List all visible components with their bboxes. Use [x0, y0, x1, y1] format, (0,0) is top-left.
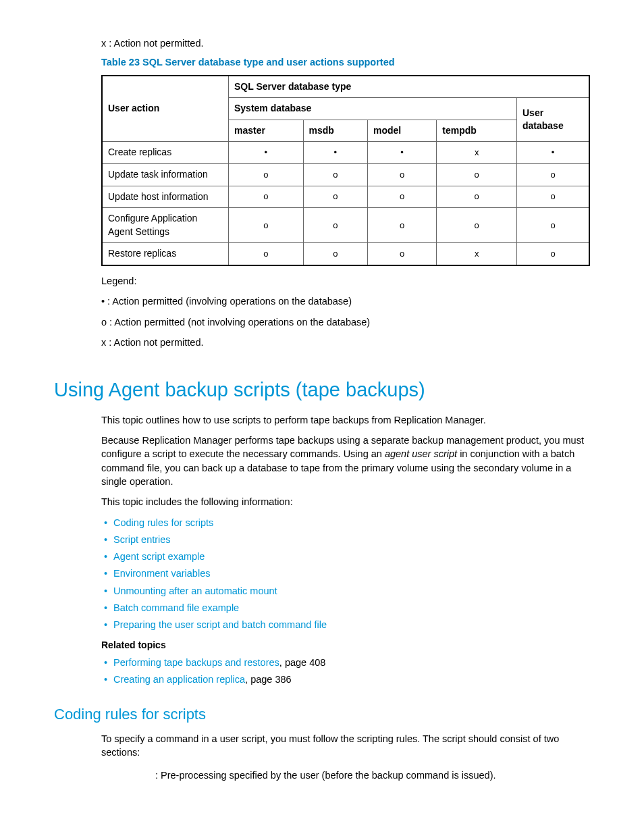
legend: Legend: • : Action permitted (involving …	[101, 274, 590, 349]
page-ref: , page 408	[279, 657, 326, 668]
table-row: Update task information o o o o o	[102, 163, 589, 186]
link-batch-example[interactable]: Batch command file example	[113, 602, 239, 613]
cell: o	[229, 208, 304, 243]
cell: o	[229, 186, 304, 208]
legend-line: • : Action permitted (involving operatio…	[101, 294, 590, 308]
row-action: Update task information	[102, 163, 229, 186]
paragraph: To specify a command in a user script, y…	[101, 732, 590, 760]
cell: o	[229, 163, 304, 186]
paragraph: This topic includes the following inform…	[101, 495, 590, 509]
th-master: master	[229, 120, 304, 142]
link-app-replica[interactable]: Creating an application replica	[113, 674, 245, 685]
cell: o	[367, 163, 436, 186]
cell: o	[303, 243, 367, 265]
list-item: Batch command file example	[116, 601, 590, 615]
list-item: Agent script example	[116, 550, 590, 563]
legend-line: x : Action not permitted.	[101, 336, 590, 349]
th-user-action: User action	[102, 76, 229, 142]
cell: o	[367, 243, 436, 265]
section-heading-agent-backup: Using Agent backup scripts (tape backups…	[54, 376, 590, 404]
cell: o	[517, 208, 590, 243]
link-env-vars[interactable]: Environment variables	[113, 568, 210, 579]
cell: o	[367, 186, 436, 208]
list-item: Performing tape backups and restores, pa…	[116, 656, 590, 669]
list-item: Creating an application replica, page 38…	[116, 673, 590, 686]
cell: o	[437, 163, 517, 186]
cell: o	[517, 163, 590, 186]
action-not-permitted-note: x : Action not permitted.	[101, 36, 590, 50]
cell: o	[517, 186, 590, 208]
table-caption: Table 23 SQL Server database type and us…	[101, 55, 590, 69]
cell: o	[437, 208, 517, 243]
row-action: Update host information	[102, 186, 229, 208]
link-preparing[interactable]: Preparing the user script and batch comm…	[113, 619, 327, 630]
pre-processing-note: : Pre-processing specified by the user (…	[155, 768, 590, 782]
related-topics-heading: Related topics	[101, 639, 590, 652]
link-tape-backups[interactable]: Performing tape backups and restores	[113, 657, 279, 668]
cell: x	[437, 142, 517, 164]
paragraph: Because Replication Manager performs tap…	[101, 434, 590, 488]
list-item: Coding rules for scripts	[116, 516, 590, 529]
cell: o	[437, 186, 517, 208]
link-unmounting[interactable]: Unmounting after an automatic mount	[113, 585, 277, 596]
cell: o	[303, 186, 367, 208]
cell: o	[303, 163, 367, 186]
link-script-entries[interactable]: Script entries	[113, 534, 171, 545]
cell: o	[303, 208, 367, 243]
link-coding-rules[interactable]: Coding rules for scripts	[113, 517, 213, 528]
th-tempdb: tempdb	[437, 120, 517, 142]
list-item: Preparing the user script and batch comm…	[116, 618, 590, 631]
sql-server-db-table: User action SQL Server database type Sys…	[101, 75, 590, 266]
th-sql-type: SQL Server database type	[229, 76, 590, 98]
related-link-list: Performing tape backups and restores, pa…	[101, 656, 590, 687]
th-user-db: User database	[517, 98, 590, 142]
link-agent-example[interactable]: Agent script example	[113, 551, 205, 562]
row-action: Configure Application Agent Settings	[102, 208, 229, 243]
cell: •	[229, 142, 304, 164]
cell: •	[367, 142, 436, 164]
legend-line: o : Action permitted (not involving oper…	[101, 315, 590, 329]
paragraph: This topic outlines how to use scripts t…	[101, 413, 590, 427]
table-row: Configure Application Agent Settings o o…	[102, 208, 589, 243]
list-item: Unmounting after an automatic mount	[116, 584, 590, 598]
cell: o	[229, 243, 304, 265]
row-action: Create replicas	[102, 142, 229, 164]
cell: x	[437, 243, 517, 265]
cell: •	[303, 142, 367, 164]
table-row: Update host information o o o o o	[102, 186, 589, 208]
table-row: Create replicas • • • x •	[102, 142, 589, 164]
cell: o	[517, 243, 590, 265]
page-ref: , page 386	[245, 674, 292, 685]
th-model: model	[367, 120, 436, 142]
italic-term: agent user script	[385, 448, 457, 459]
legend-title: Legend:	[101, 274, 590, 288]
table-row: Restore replicas o o o x o	[102, 243, 589, 265]
th-system-db: System database	[229, 98, 517, 120]
cell: •	[517, 142, 590, 164]
th-msdb: msdb	[303, 120, 367, 142]
topic-link-list: Coding rules for scripts Script entries …	[101, 516, 590, 632]
subsection-heading-coding-rules: Coding rules for scripts	[54, 704, 590, 725]
list-item: Environment variables	[116, 567, 590, 580]
cell: o	[367, 208, 436, 243]
list-item: Script entries	[116, 533, 590, 546]
row-action: Restore replicas	[102, 243, 229, 265]
